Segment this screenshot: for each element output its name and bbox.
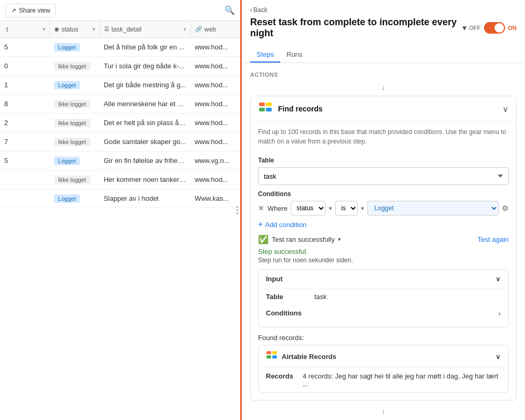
col-header-t[interactable]: t ▾ [0, 21, 50, 37]
svg-rect-8 [272, 355, 277, 358]
back-link[interactable]: ‹ Back [250, 6, 267, 14]
found-records-label: Found records: [258, 334, 509, 342]
input-card-body: Table task Conditions › [259, 288, 508, 327]
status-badge: Logget [54, 43, 80, 52]
airtable-card-collapse-icon: ∨ [496, 353, 501, 361]
table-row[interactable]: 5LoggetGir en fin følelse av frihet ...w… [0, 151, 240, 170]
table-row[interactable]: 5LoggetDet å hilse på folk gir en ...www… [0, 38, 240, 57]
col-icon-detail: ☰ [104, 26, 109, 33]
table-row[interactable]: 8Ikke loggetAlle menneskene har et b...w… [0, 95, 240, 114]
top-bar: ↗ Share view 🔍 [0, 0, 240, 21]
cell-detail: Gir en fin følelse av frihet ... [99, 157, 190, 165]
cell-status: Ikke logget [50, 119, 100, 127]
col-header-status[interactable]: ◉ status ▾ [50, 21, 100, 37]
input-conditions-row[interactable]: Conditions › [266, 305, 501, 322]
left-panel: ↗ Share view 🔍 t ▾ ◉ status ▾ ☰ task_det… [0, 0, 242, 420]
cell-status: Logget [50, 81, 100, 89]
add-condition-button[interactable]: + Add condition [258, 220, 306, 229]
col-header-web[interactable]: 🔗 web [191, 21, 240, 37]
input-table-key: Table [266, 293, 308, 301]
cell-status: Ikke logget [50, 138, 100, 146]
cell-detail: Det er helt på sin plass å ... [99, 119, 190, 127]
add-condition-label: Add condition [265, 221, 306, 229]
cell-web: Www.kas... [190, 194, 240, 202]
cell-web: www.hod... [190, 81, 240, 89]
svg-rect-7 [266, 355, 271, 358]
col-label-web: web [204, 26, 216, 33]
search-button[interactable]: 🔍 [224, 5, 235, 15]
toggle-switch[interactable] [484, 22, 505, 34]
step-description: Find up to 100 records in this base that… [258, 122, 509, 151]
tab-steps[interactable]: Steps [250, 47, 280, 63]
col-header-detail[interactable]: ☰ task_detail ▾ [100, 21, 191, 37]
condition-gear-icon[interactable]: ⚙ [502, 204, 509, 212]
svg-rect-3 [259, 108, 265, 111]
cell-detail: Slapper av i hodet [99, 194, 190, 202]
table-select[interactable]: task [258, 167, 509, 185]
panel-content: ACTIONS ↓ Find records ∨ Fin [242, 63, 525, 420]
cell-status: Logget [50, 43, 100, 52]
status-badge: Ikke logget [54, 176, 90, 184]
cell-status: Logget [50, 194, 100, 203]
search-icon: 🔍 [224, 6, 235, 15]
test-success-icon: ✅ [258, 234, 269, 244]
drag-dot [236, 212, 238, 214]
test-section: ✅ Test ran successfully ▾ Test again Ste… [258, 234, 509, 393]
condition-op-arrow-icon: ▾ [361, 205, 364, 212]
airtable-icon [266, 351, 277, 362]
cell-status: Ikke logget [50, 176, 100, 184]
step-collapse-icon[interactable]: ∨ [502, 104, 509, 114]
find-records-icon [258, 101, 273, 116]
add-plus-icon: + [258, 220, 263, 229]
cell-detail: Gode samtaler skaper go... [99, 138, 190, 146]
back-chevron-icon: ‹ [250, 6, 252, 14]
table-row[interactable]: LoggetSlapper av i hodetWww.kas... [0, 189, 240, 208]
share-view-button[interactable]: ↗ Share view [5, 4, 56, 17]
col-label-t: t [6, 26, 8, 33]
step-card: Find records ∨ Find up to 100 records in… [250, 96, 517, 401]
step-run-text: Step run for noen sekunder siden. [258, 257, 509, 264]
condition-remove-icon[interactable]: ✕ [258, 204, 264, 212]
table-row[interactable]: 7Ikke loggetGode samtaler skaper go...ww… [0, 132, 240, 151]
col-arrow-detail: ▾ [183, 26, 186, 32]
cell-web: www.hod... [190, 119, 240, 127]
step-card-header[interactable]: Find records ∨ [251, 96, 516, 121]
col-label-detail: task_detail [111, 26, 141, 33]
condition-value-select[interactable]: Logget [367, 201, 499, 216]
test-chevron-icon[interactable]: ▾ [338, 236, 341, 243]
toggle-knob [495, 23, 504, 33]
airtable-card-header[interactable]: Airtable Records ∨ [259, 345, 508, 367]
share-icon: ↗ [11, 7, 16, 14]
condition-operator-select[interactable]: is [335, 201, 358, 216]
cell-num: 5 [0, 43, 50, 51]
table-row[interactable]: 1LoggetDet gir både mestring å g...www.h… [0, 76, 240, 95]
input-card-collapse-icon: ∨ [496, 275, 501, 283]
title-chevron-icon[interactable]: ▾ [462, 24, 466, 32]
airtable-card-body: Records 4 records: Jeg har sagt hei til … [259, 367, 508, 392]
arrow-down-bottom-icon: ↓ [250, 407, 517, 415]
conditions-label: Conditions [258, 190, 509, 198]
col-icon-status: ◉ [54, 26, 59, 33]
table-row[interactable]: 0Ikke loggetTur i sola gir deg både k-..… [0, 57, 240, 76]
input-table-val: task [314, 293, 327, 301]
cell-num: 0 [0, 62, 50, 70]
drag-handle[interactable] [234, 194, 240, 226]
svg-rect-1 [259, 103, 265, 106]
automation-title-text: Reset task from complete to incomplete e… [250, 17, 459, 39]
cell-web: www.hod... [190, 62, 240, 70]
actions-label: ACTIONS [250, 71, 517, 78]
svg-rect-4 [266, 108, 272, 111]
status-badge: Ikke logget [54, 119, 90, 127]
status-badge: Logget [54, 81, 80, 89]
cell-num: 1 [0, 81, 50, 89]
tab-runs[interactable]: Runs [280, 47, 308, 63]
test-again-button[interactable]: Test again [478, 235, 509, 243]
table-row[interactable]: 2Ikke loggetDet er helt på sin plass å .… [0, 114, 240, 132]
cell-detail: Det gir både mestring å g... [99, 81, 190, 89]
status-badge: Logget [54, 157, 80, 165]
cell-web: www.hod... [190, 100, 240, 108]
table-row[interactable]: Ikke loggetHer kommer noen tanker ...www… [0, 170, 240, 189]
input-card-header[interactable]: Input ∨ [259, 270, 508, 288]
airtable-records-title: Airtable Records [282, 353, 496, 361]
condition-field-select[interactable]: status [291, 201, 326, 216]
